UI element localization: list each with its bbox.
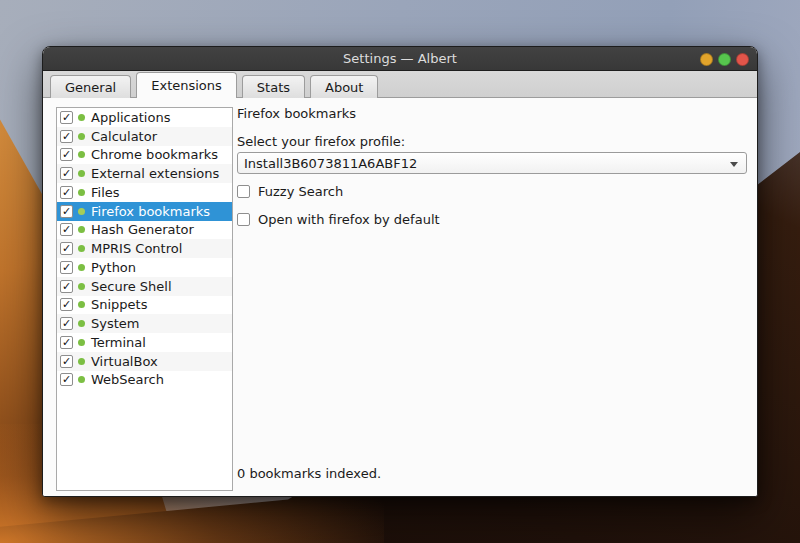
desktop-wallpaper: Settings — Albert GeneralExtensionsStats… <box>0 0 800 543</box>
extensions-pane: ✓Applications✓Calculator✓Chrome bookmark… <box>43 98 757 497</box>
fuzzy-search-label: Fuzzy Search <box>258 184 343 199</box>
list-item[interactable]: ✓Terminal <box>57 333 232 352</box>
extension-label: Chrome bookmarks <box>91 147 218 162</box>
extension-enabled-checkbox[interactable]: ✓ <box>60 148 73 161</box>
extension-loaded-dot-icon <box>78 376 85 383</box>
tab-stats[interactable]: Stats <box>242 75 305 98</box>
extension-enabled-checkbox[interactable]: ✓ <box>60 336 73 349</box>
extension-label: Hash Generator <box>91 222 194 237</box>
extension-label: System <box>91 316 139 331</box>
extension-enabled-checkbox[interactable]: ✓ <box>60 373 73 386</box>
detail-title: Firefox bookmarks <box>237 106 356 121</box>
list-item[interactable]: ✓WebSearch <box>57 371 232 390</box>
list-item[interactable]: ✓Chrome bookmarks <box>57 146 232 165</box>
open-with-firefox-label: Open with firefox by default <box>258 212 440 227</box>
extension-label: MPRIS Control <box>91 241 182 256</box>
extension-loaded-dot-icon <box>78 151 85 158</box>
extension-enabled-checkbox[interactable]: ✓ <box>60 242 73 255</box>
fuzzy-search-checkbox[interactable] <box>237 185 250 198</box>
extension-enabled-checkbox[interactable]: ✓ <box>60 186 73 199</box>
list-item[interactable]: ✓Applications <box>57 108 232 127</box>
extension-label: Snippets <box>91 297 147 312</box>
extension-loaded-dot-icon <box>78 320 85 327</box>
extension-enabled-checkbox[interactable]: ✓ <box>60 130 73 143</box>
extension-enabled-checkbox[interactable]: ✓ <box>60 355 73 368</box>
extension-loaded-dot-icon <box>78 114 85 121</box>
zoom-button[interactable] <box>718 53 731 66</box>
profile-label: Select your firefox profile: <box>237 134 405 149</box>
list-item[interactable]: ✓Snippets <box>57 296 232 315</box>
extension-loaded-dot-icon <box>78 170 85 177</box>
extension-label: Firefox bookmarks <box>91 204 210 219</box>
extension-enabled-checkbox[interactable]: ✓ <box>60 223 73 236</box>
extension-loaded-dot-icon <box>78 301 85 308</box>
open-with-firefox-checkbox[interactable] <box>237 213 250 226</box>
extension-enabled-checkbox[interactable]: ✓ <box>60 280 73 293</box>
open-with-firefox-checkbox-row[interactable]: Open with firefox by default <box>237 212 440 227</box>
extension-loaded-dot-icon <box>78 245 85 252</box>
list-item[interactable]: ✓MPRIS Control <box>57 239 232 258</box>
tab-general[interactable]: General <box>50 75 131 98</box>
extension-enabled-checkbox[interactable]: ✓ <box>60 298 73 311</box>
list-item[interactable]: ✓Calculator <box>57 127 232 146</box>
extension-label: Python <box>91 260 136 275</box>
extension-enabled-checkbox[interactable]: ✓ <box>60 261 73 274</box>
tab-bar: GeneralExtensionsStatsAbout <box>43 71 757 98</box>
list-item[interactable]: ✓Files <box>57 183 232 202</box>
minimize-button[interactable] <box>700 53 713 66</box>
extension-label: Applications <box>91 110 170 125</box>
extension-loaded-dot-icon <box>78 358 85 365</box>
extension-loaded-dot-icon <box>78 264 85 271</box>
list-item[interactable]: ✓External extensions <box>57 164 232 183</box>
extension-enabled-checkbox[interactable]: ✓ <box>60 317 73 330</box>
fuzzy-search-checkbox-row[interactable]: Fuzzy Search <box>237 184 343 199</box>
tab-extensions[interactable]: Extensions <box>136 72 237 98</box>
window-title: Settings — Albert <box>343 51 457 66</box>
extension-label: VirtualBox <box>91 354 158 369</box>
firefox-profile-select[interactable]: Install3B6073811A6ABF12 <box>237 152 747 174</box>
extension-label: Calculator <box>91 129 157 144</box>
extension-loaded-dot-icon <box>78 208 85 215</box>
extension-label: Terminal <box>91 335 146 350</box>
extension-label: External extensions <box>91 166 219 181</box>
list-item[interactable]: ✓Hash Generator <box>57 221 232 240</box>
extension-loaded-dot-icon <box>78 283 85 290</box>
extension-enabled-checkbox[interactable]: ✓ <box>60 167 73 180</box>
extension-loaded-dot-icon <box>78 133 85 140</box>
chevron-down-icon <box>730 162 738 167</box>
extension-loaded-dot-icon <box>78 189 85 196</box>
profile-selected-value: Install3B6073811A6ABF12 <box>244 156 417 171</box>
extension-label: WebSearch <box>91 372 164 387</box>
extension-loaded-dot-icon <box>78 226 85 233</box>
list-item[interactable]: ✓VirtualBox <box>57 352 232 371</box>
extension-label: Secure Shell <box>91 279 172 294</box>
extension-loaded-dot-icon <box>78 339 85 346</box>
close-button[interactable] <box>736 53 749 66</box>
list-item[interactable]: ✓Python <box>57 258 232 277</box>
traffic-lights <box>700 47 749 71</box>
extension-enabled-checkbox[interactable]: ✓ <box>60 111 73 124</box>
extensions-list[interactable]: ✓Applications✓Calculator✓Chrome bookmark… <box>56 107 233 491</box>
tab-about[interactable]: About <box>310 75 378 98</box>
list-item[interactable]: ✓Secure Shell <box>57 277 232 296</box>
list-item[interactable]: ✓System <box>57 314 232 333</box>
titlebar[interactable]: Settings — Albert <box>43 47 757 71</box>
settings-window: Settings — Albert GeneralExtensionsStats… <box>42 46 758 497</box>
list-item[interactable]: ✓Firefox bookmarks <box>57 202 232 221</box>
status-text: 0 bookmarks indexed. <box>237 466 381 481</box>
extension-enabled-checkbox[interactable]: ✓ <box>60 205 73 218</box>
extension-label: Files <box>91 185 120 200</box>
